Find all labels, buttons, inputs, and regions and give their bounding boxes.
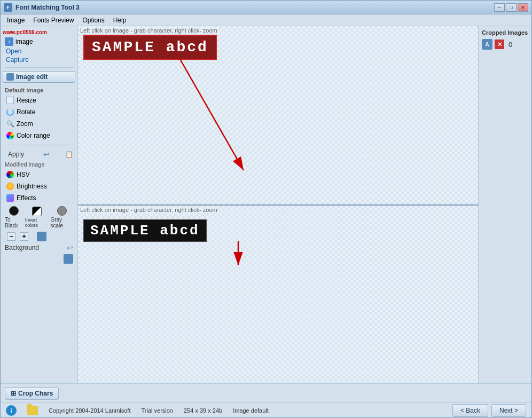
divider-1 [5, 67, 73, 68]
crop-char-icon[interactable]: A [482, 39, 492, 50]
image-section-header: i image [3, 36, 75, 47]
image-edit-button[interactable]: Image edit [3, 71, 75, 83]
sidebar-item-rotate[interactable]: Rotate [3, 106, 75, 118]
minus-plus-row: − + [3, 231, 75, 242]
effects-buttons-row: To Black Invert colors Gray scale [3, 204, 75, 231]
paste-icon[interactable]: 📋 [65, 151, 73, 158]
menu-fonts-preview[interactable]: Fonts Preview [29, 15, 78, 25]
nav-buttons: < Back Next > [452, 404, 526, 417]
sidebar-item-zoom[interactable]: 🔍 Zoom [3, 118, 75, 130]
image-section-label: image [15, 38, 33, 45]
modified-image-label: Modified image [3, 160, 75, 169]
delete-crop-icon[interactable]: ✕ [495, 40, 504, 49]
image-info-text: 254 x 39 x 24b [184, 407, 222, 414]
background-undo-icon[interactable]: ↩ [67, 243, 73, 252]
apply-row: Apply ↩ 📋 [3, 148, 75, 160]
content-area: www.pc0559.com i image Open Capture Imag… [1, 26, 531, 383]
sidebar-item-color-range[interactable]: Color range [3, 130, 75, 141]
copyright-text: Copyright 2004-2014 Lanmisoft [49, 407, 130, 414]
effects-icon-shape [6, 194, 14, 202]
to-black-button[interactable]: To Black [5, 206, 23, 228]
gray-scale-icon [57, 206, 67, 216]
sidebar-item-effects[interactable]: Effects [3, 192, 75, 204]
panel-bottom[interactable]: Left click on image - grab character, ri… [78, 206, 478, 384]
image-default-text: Image default [233, 407, 269, 414]
minus-button[interactable]: − [7, 232, 15, 241]
panel-top-hint: Left click on image - grab character, ri… [80, 27, 217, 34]
cropped-images-title: Cropped Images [482, 29, 528, 36]
zoom-icon-shape: 🔍 [6, 120, 14, 128]
menu-image[interactable]: Image [3, 15, 29, 25]
invert-colors-label: Invert colors [25, 217, 49, 228]
save-icon[interactable] [37, 232, 46, 241]
zoom-icon: 🔍 [6, 120, 14, 128]
cropped-count: 0 [508, 41, 512, 49]
image-section-icon: i [5, 37, 13, 46]
background-label: Background [5, 244, 39, 251]
rotate-icon [6, 108, 14, 116]
rotate-label: Rotate [17, 108, 35, 116]
brightness-icon-shape [6, 183, 14, 190]
divider-2 [5, 145, 73, 145]
background-save-icon[interactable] [64, 254, 73, 264]
menu-bar: Image Fonts Preview Options Help [1, 14, 531, 26]
hsv-icon [6, 170, 14, 179]
sidebar-item-brightness[interactable]: Brightness [3, 180, 75, 192]
background-save-row [3, 253, 75, 265]
arrow-indicator-2 [228, 239, 260, 271]
panel-top-content: Left click on image - grab character, ri… [78, 26, 478, 204]
rotate-icon-shape [6, 108, 14, 116]
color-range-icon [6, 131, 14, 140]
color-range-label: Color range [17, 132, 50, 139]
next-button[interactable]: Next > [491, 404, 526, 417]
panel-bottom-hint: Left click on image - grab character, ri… [80, 207, 217, 213]
sample-image-bottom: SAMPLE abcd [83, 219, 207, 242]
apply-button[interactable]: Apply [5, 149, 27, 159]
main-panels: Left click on image - grab character, ri… [78, 26, 478, 383]
sidebar-item-hsv[interactable]: HSV [3, 169, 75, 180]
minimize-button[interactable]: ─ [494, 3, 505, 12]
window-title: Font Matching Tool 3 [15, 4, 494, 11]
plus-button[interactable]: + [20, 232, 28, 241]
gray-scale-button[interactable]: Gray scale [50, 206, 73, 228]
undo-icon[interactable]: ↩ [43, 150, 50, 159]
brightness-label: Brightness [17, 183, 47, 190]
crop-chars-button[interactable]: ⊞ Crop Chars [5, 387, 59, 400]
hsv-label: HSV [17, 171, 30, 178]
maximize-button[interactable]: □ [506, 3, 517, 12]
sample-text-bottom: SAMPLE abcd [90, 223, 200, 239]
default-image-label: Default image [3, 86, 75, 94]
effects-icon [6, 194, 14, 202]
right-panel: Cropped Images A ✕ 0 [478, 26, 531, 383]
main-window: F Font Matching Tool 3 ─ □ ✕ Image Fonts… [0, 0, 532, 418]
back-button[interactable]: < Back [452, 404, 488, 417]
to-black-label: To Black [5, 217, 23, 228]
capture-link[interactable]: Capture [3, 56, 75, 64]
panel-bottom-content: Left click on image - grab character, ri… [78, 206, 478, 384]
sample-image-top: SAMPLE abcd [83, 35, 217, 60]
menu-options[interactable]: Options [78, 15, 108, 25]
open-link[interactable]: Open [3, 47, 75, 56]
cropped-icons-row: A ✕ 0 [482, 39, 528, 50]
svg-line-1 [179, 58, 244, 170]
arrow-indicator [158, 53, 276, 192]
bottom-bar: ⊞ Crop Chars [1, 383, 531, 403]
panel-top[interactable]: Left click on image - grab character, ri… [78, 26, 478, 206]
resize-icon [6, 96, 14, 105]
title-controls: ─ □ ✕ [494, 3, 528, 12]
zoom-label: Zoom [17, 120, 33, 128]
close-button[interactable]: ✕ [518, 3, 528, 12]
crop-icon: ⊞ [11, 390, 16, 397]
color-range-icon-shape [6, 132, 14, 139]
folder-icon [27, 406, 38, 415]
sample-text-top: SAMPLE abcd [92, 39, 208, 56]
to-black-icon [9, 206, 19, 216]
invert-colors-button[interactable]: Invert colors [25, 207, 49, 228]
brightness-icon [6, 182, 14, 191]
status-bar: i Copyright 2004-2014 Lanmisoft Trial ve… [1, 403, 531, 417]
sidebar: www.pc0559.com i image Open Capture Imag… [1, 26, 78, 383]
image-edit-icon [6, 73, 14, 81]
menu-help[interactable]: Help [109, 15, 131, 25]
crop-chars-label: Crop Chars [18, 390, 53, 397]
sidebar-item-resize[interactable]: Resize [3, 94, 75, 106]
